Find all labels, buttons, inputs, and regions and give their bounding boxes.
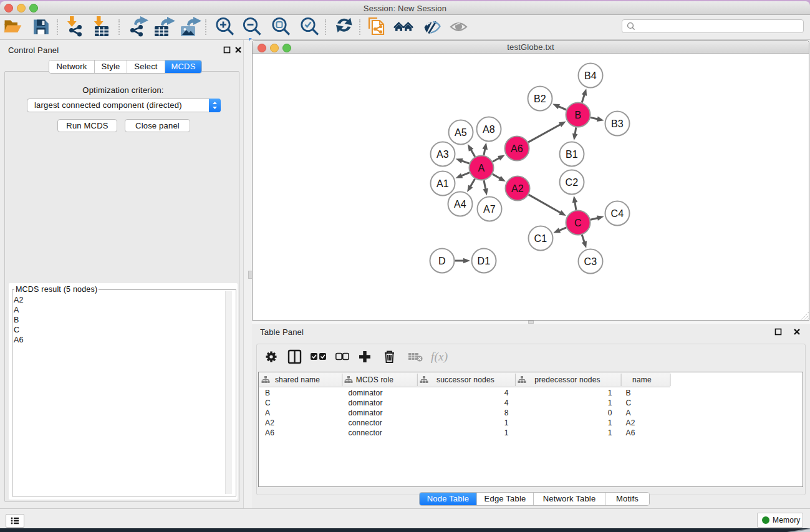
- svg-text:A: A: [265, 409, 270, 417]
- svg-text:C: C: [574, 218, 582, 228]
- svg-text:A8: A8: [483, 124, 495, 135]
- svg-text:1: 1: [504, 428, 509, 437]
- svg-text:f(x): f(x): [431, 350, 448, 364]
- svg-text:1: 1: [608, 428, 612, 437]
- svg-text:dominator: dominator: [349, 409, 383, 417]
- svg-text:dominator: dominator: [349, 389, 383, 397]
- svg-text:1: 1: [504, 418, 509, 427]
- svg-text:B3: B3: [611, 118, 624, 129]
- svg-text:C: C: [626, 399, 632, 407]
- svg-text:4: 4: [504, 399, 509, 407]
- svg-text:A5: A5: [455, 127, 467, 138]
- svg-text:8: 8: [504, 409, 509, 417]
- svg-text:1: 1: [608, 399, 612, 407]
- svg-text:D: D: [438, 256, 446, 266]
- svg-text:C1: C1: [534, 233, 547, 244]
- svg-text:B4: B4: [584, 70, 597, 81]
- svg-text:B: B: [626, 389, 631, 397]
- svg-text:1: 1: [608, 418, 612, 427]
- svg-text:0: 0: [608, 409, 612, 417]
- svg-text:C: C: [265, 399, 271, 407]
- svg-text:B: B: [265, 389, 270, 397]
- svg-text:A2: A2: [626, 418, 635, 427]
- svg-text:A6: A6: [511, 143, 523, 154]
- svg-text:shared name: shared name: [275, 375, 320, 384]
- svg-text:A: A: [478, 163, 485, 173]
- svg-text:D1: D1: [478, 256, 491, 266]
- svg-text:A7: A7: [483, 204, 496, 215]
- svg-text:C3: C3: [584, 256, 597, 267]
- svg-text:dominator: dominator: [349, 399, 383, 407]
- svg-text:B2: B2: [534, 94, 546, 104]
- svg-text:C4: C4: [611, 208, 624, 219]
- svg-text:B: B: [575, 110, 582, 120]
- svg-text:name: name: [632, 375, 652, 384]
- svg-text:1: 1: [608, 389, 612, 397]
- svg-text:predecessor nodes: predecessor nodes: [534, 375, 600, 384]
- svg-text:A4: A4: [454, 199, 466, 210]
- svg-text:A2: A2: [511, 183, 524, 194]
- svg-text:A2: A2: [265, 418, 274, 427]
- svg-text:successor nodes: successor nodes: [436, 375, 494, 384]
- svg-text:connector: connector: [349, 428, 383, 437]
- svg-text:connector: connector: [349, 418, 383, 427]
- svg-text:C2: C2: [566, 177, 579, 188]
- svg-text:4: 4: [504, 389, 509, 397]
- svg-text:A6: A6: [265, 428, 274, 437]
- svg-text:B1: B1: [566, 149, 578, 160]
- svg-text:A1: A1: [436, 178, 449, 189]
- svg-text:A3: A3: [436, 149, 449, 160]
- svg-text:A: A: [626, 409, 631, 417]
- svg-text:A6: A6: [626, 428, 635, 437]
- svg-text:MCDS role: MCDS role: [356, 375, 394, 384]
